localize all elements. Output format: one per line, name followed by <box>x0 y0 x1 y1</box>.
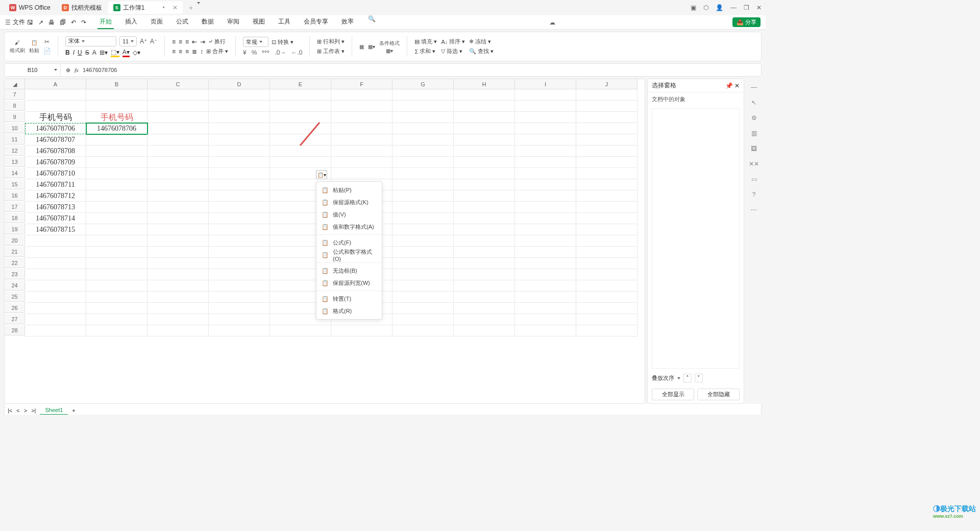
cell[interactable] <box>209 134 270 146</box>
tab-data[interactable]: 数据 <box>200 15 216 29</box>
cell[interactable] <box>331 134 393 146</box>
add-sheet-icon[interactable]: + <box>72 407 75 414</box>
cell[interactable] <box>331 292 393 303</box>
save-icon[interactable]: 🖫 <box>27 19 33 26</box>
row-header[interactable]: 9 <box>5 112 25 122</box>
cell[interactable] <box>454 101 515 112</box>
cell[interactable] <box>393 190 454 202</box>
cell[interactable] <box>86 89 148 101</box>
cell[interactable] <box>86 269 148 280</box>
cell[interactable] <box>148 280 209 292</box>
row-header[interactable]: 20 <box>5 235 25 246</box>
row-header[interactable]: 11 <box>5 134 25 144</box>
cell[interactable] <box>515 269 576 280</box>
cell[interactable] <box>25 325 86 336</box>
currency-icon[interactable]: ¥ <box>243 49 247 56</box>
cell[interactable] <box>270 325 331 336</box>
cell[interactable] <box>515 325 576 336</box>
cell[interactable] <box>86 101 148 112</box>
cell[interactable] <box>454 292 515 303</box>
row-header[interactable]: 21 <box>5 247 25 257</box>
cell[interactable] <box>576 146 638 157</box>
cell[interactable] <box>454 258 515 269</box>
cell[interactable] <box>86 146 148 157</box>
select-all[interactable]: ◢ <box>5 79 25 89</box>
cell[interactable] <box>209 168 270 179</box>
cell[interactable] <box>576 269 638 280</box>
cell[interactable] <box>393 112 454 123</box>
cell[interactable] <box>331 168 393 179</box>
cell[interactable] <box>270 292 331 303</box>
cell[interactable] <box>209 213 270 224</box>
show-all-button[interactable]: 全部显示 <box>652 389 694 400</box>
cell[interactable] <box>576 202 638 213</box>
cell[interactable] <box>270 247 331 258</box>
style-icon[interactable]: ▥ <box>751 130 757 137</box>
cell[interactable] <box>331 179 393 190</box>
cell[interactable] <box>331 157 393 168</box>
cell[interactable] <box>515 213 576 224</box>
cell[interactable] <box>454 89 515 101</box>
cell[interactable] <box>576 292 638 303</box>
menu-icon[interactable]: ☰ <box>5 19 11 26</box>
cell[interactable]: 14676078714 <box>25 213 86 224</box>
row-header[interactable]: 26 <box>5 303 25 313</box>
sheet-tab[interactable]: Sheet1 <box>40 406 68 415</box>
table-style-icon[interactable]: ▦ <box>359 44 364 50</box>
row-header[interactable]: 25 <box>5 292 25 302</box>
chart-icon[interactable]: 🖼 <box>751 145 757 152</box>
cell[interactable] <box>148 146 209 157</box>
dec-dec-icon[interactable]: ←.0 <box>291 49 302 56</box>
number-format[interactable]: 常规 <box>243 37 268 47</box>
cell[interactable] <box>25 89 86 101</box>
tab-wps[interactable]: WWPS Office <box>4 2 56 14</box>
move-down-icon[interactable]: ˅ <box>695 374 703 382</box>
cell[interactable] <box>209 146 270 157</box>
cell[interactable] <box>515 235 576 247</box>
cell[interactable] <box>270 123 331 134</box>
cell[interactable] <box>515 280 576 292</box>
cell[interactable] <box>25 303 86 314</box>
cell[interactable] <box>86 202 148 213</box>
row-header[interactable]: 12 <box>5 146 25 156</box>
col-header[interactable]: G <box>393 79 454 89</box>
orient-icon[interactable]: ↕ <box>200 48 203 55</box>
row-header[interactable]: 22 <box>5 258 25 268</box>
first-sheet-icon[interactable]: |< <box>8 407 12 414</box>
font-select[interactable]: 宋体 <box>65 36 116 46</box>
cell[interactable] <box>576 325 638 336</box>
cell[interactable] <box>25 247 86 258</box>
cell[interactable] <box>393 269 454 280</box>
tab-workbook[interactable]: S工作簿1•✕ <box>108 2 183 14</box>
cell[interactable] <box>331 269 393 280</box>
cell[interactable] <box>209 179 270 190</box>
cell[interactable] <box>515 314 576 325</box>
export-icon[interactable]: ↗ <box>38 19 43 26</box>
align-top-icon[interactable]: ≡ <box>172 38 176 45</box>
col-header[interactable]: F <box>331 79 393 89</box>
cell[interactable] <box>148 190 209 202</box>
cell[interactable] <box>25 101 86 112</box>
cell[interactable] <box>576 168 638 179</box>
cell[interactable] <box>576 123 638 134</box>
cell[interactable] <box>331 213 393 224</box>
cell[interactable] <box>148 258 209 269</box>
cell[interactable] <box>148 292 209 303</box>
cell[interactable] <box>454 179 515 190</box>
row-header[interactable]: 13 <box>5 157 25 167</box>
cell[interactable] <box>393 89 454 101</box>
tab-page[interactable]: 页面 <box>149 15 165 29</box>
cell[interactable] <box>270 202 331 213</box>
redo-icon[interactable]: ↷ <box>81 19 86 26</box>
cursor-icon[interactable]: ↖ <box>751 99 756 106</box>
italic-button[interactable]: I <box>73 49 75 56</box>
cell[interactable] <box>86 280 148 292</box>
cell[interactable] <box>86 247 148 258</box>
cell[interactable] <box>454 190 515 202</box>
row-header[interactable]: 14 <box>5 168 25 178</box>
collapse-icon[interactable]: — <box>751 84 757 91</box>
row-header[interactable]: 27 <box>5 314 25 324</box>
cell[interactable] <box>454 168 515 179</box>
spreadsheet[interactable]: ◢ABCDEFGHIJ789手机号码手机号码101467607870614676… <box>4 79 645 404</box>
cell[interactable] <box>25 280 86 292</box>
